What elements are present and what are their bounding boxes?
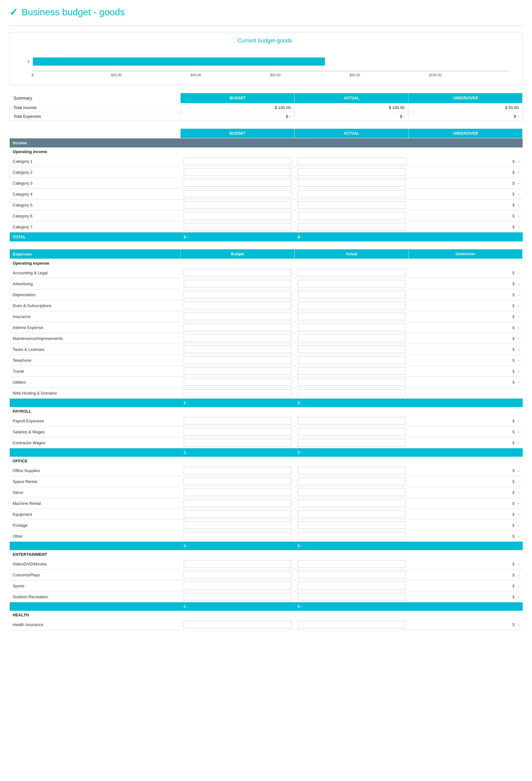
income-category-7-actual[interactable]: [295, 221, 409, 233]
expense-insurance-actual-input[interactable]: [298, 313, 406, 320]
expense-advertising-budget-input[interactable]: [184, 280, 291, 287]
income-category-4-actual[interactable]: [295, 189, 409, 200]
expense-telephone-budget-input[interactable]: [184, 357, 291, 364]
expense-webhosting-actual-input[interactable]: [298, 389, 406, 397]
expense-row-interest: Interest Expense $ -: [10, 322, 523, 333]
expense-outdoor-budget-input[interactable]: [184, 593, 291, 601]
income-category-5-budget-input[interactable]: [184, 201, 291, 209]
expense-webhosting-budget-input[interactable]: [184, 389, 291, 397]
expense-machine-rental-budget-input[interactable]: [184, 499, 291, 507]
expense-dues-actual-input[interactable]: [298, 302, 406, 309]
income-category-5-actual[interactable]: [295, 200, 409, 211]
income-category-6-underover: $ -: [409, 211, 523, 221]
income-category-6-budget[interactable]: [180, 211, 295, 221]
expense-utilities-budget-input[interactable]: [184, 378, 291, 386]
expense-decor-actual-input[interactable]: [298, 489, 406, 496]
expense-insurance-budget-input[interactable]: [184, 313, 291, 320]
income-category-1-actual-input[interactable]: [298, 158, 406, 165]
income-category-4-budget-input[interactable]: [184, 190, 291, 198]
income-category-2-budget[interactable]: [180, 167, 295, 178]
income-category-3-actual[interactable]: [295, 178, 409, 189]
expense-payroll-expenses-actual-input[interactable]: [298, 417, 406, 424]
expense-salaries-budget-input[interactable]: [184, 428, 291, 436]
expense-travel-budget-input[interactable]: [184, 367, 291, 375]
expense-contractor-budget-input[interactable]: [184, 439, 291, 446]
expense-equipment-budget-input[interactable]: [184, 510, 291, 518]
expense-sports-actual-input[interactable]: [298, 582, 406, 589]
expense-row-equipment: Equipment $ -: [10, 509, 523, 520]
income-category-6-budget-input[interactable]: [184, 212, 291, 220]
expense-other-budget-input[interactable]: [184, 532, 291, 540]
income-category-3-actual-input[interactable]: [298, 179, 406, 187]
expenses-header: Expenses: [10, 249, 180, 259]
expense-health-insurance-budget-input[interactable]: [184, 621, 291, 628]
income-category-4-actual-input[interactable]: [298, 190, 406, 198]
expense-postage-budget-input[interactable]: [184, 522, 291, 529]
expense-row-other: Other $ -: [10, 531, 523, 542]
expense-utilities-actual-input[interactable]: [298, 378, 406, 386]
income-category-6-actual[interactable]: [295, 211, 409, 221]
expense-interest-budget-input[interactable]: [184, 324, 291, 331]
expense-accounting-budget-input[interactable]: [184, 269, 291, 277]
income-category-5-budget[interactable]: [180, 200, 295, 211]
expense-taxes-budget-input[interactable]: [184, 345, 291, 353]
expense-interest-actual-input[interactable]: [298, 324, 406, 331]
expense-other-actual-input[interactable]: [298, 532, 406, 540]
expense-maintenance-budget-input[interactable]: [184, 335, 291, 342]
expense-telephone-actual-input[interactable]: [298, 357, 406, 364]
summary-label: Summary: [10, 93, 180, 104]
x-label-2: $40.00: [191, 73, 270, 77]
expense-health-insurance-actual-input[interactable]: [298, 621, 406, 628]
expense-travel-actual-input[interactable]: [298, 367, 406, 375]
entertainment-label: ENTERTAINMENT: [10, 550, 523, 559]
entertainment-subtotal-budget: $ -: [180, 602, 295, 611]
income-category-5-actual-input[interactable]: [298, 201, 406, 209]
income-category-7-budget-input[interactable]: [184, 223, 291, 231]
expense-video-budget-input[interactable]: [184, 560, 291, 568]
expenses-underover-header: Under/over: [409, 249, 523, 259]
expense-maintenance-actual-input[interactable]: [298, 335, 406, 342]
income-category-1-budget-input[interactable]: [184, 158, 291, 165]
income-category-6-actual-input[interactable]: [298, 212, 406, 220]
expense-concerts-actual-input[interactable]: [298, 571, 406, 579]
expense-row-machine-rental: Machine Rental $ -: [10, 498, 523, 509]
expense-label-health-insurance: Health Insurance: [10, 619, 180, 630]
expense-machine-rental-actual-input[interactable]: [298, 499, 406, 507]
income-category-7-budget[interactable]: [180, 221, 295, 233]
expense-postage-actual-input[interactable]: [298, 522, 406, 529]
expense-row-maintenance: Maintenance/Improvements $ -: [10, 333, 523, 344]
expense-dues-budget-input[interactable]: [184, 302, 291, 309]
expense-payroll-expenses-budget-input[interactable]: [184, 417, 291, 424]
expense-video-actual-input[interactable]: [298, 560, 406, 568]
income-category-3-budget-input[interactable]: [184, 179, 291, 187]
expense-contractor-actual-input[interactable]: [298, 439, 406, 446]
expense-concerts-budget-input[interactable]: [184, 571, 291, 579]
income-category-3-budget[interactable]: [180, 178, 295, 189]
expense-advertising-actual-input[interactable]: [298, 280, 406, 287]
summary-row-income: Total Income $ 100.00 $ 100.00 $ 50.00: [10, 104, 523, 112]
income-category-1-actual[interactable]: [295, 156, 409, 167]
expense-outdoor-actual-input[interactable]: [298, 593, 406, 601]
income-category-7-actual-input[interactable]: [298, 223, 406, 231]
expense-salaries-actual-input[interactable]: [298, 428, 406, 436]
expense-space-rental-budget-input[interactable]: [184, 478, 291, 485]
expense-space-rental-actual-input[interactable]: [298, 478, 406, 485]
expense-accounting-actual-input[interactable]: [298, 269, 406, 277]
expense-decor-budget-input[interactable]: [184, 489, 291, 496]
income-category-1-budget[interactable]: [180, 156, 295, 167]
income-category-2-actual[interactable]: [295, 167, 409, 178]
expense-label-taxes: Taxes & Licenses: [10, 344, 180, 355]
income-category-2-budget-input[interactable]: [184, 168, 291, 176]
expense-sports-budget-input[interactable]: [184, 582, 291, 589]
expense-label-video: Video/DVD/Movies: [10, 559, 180, 570]
expense-office-supplies-budget-input[interactable]: [184, 467, 291, 474]
expense-taxes-actual-input[interactable]: [298, 345, 406, 353]
expense-equipment-actual-input[interactable]: [298, 510, 406, 518]
expense-office-supplies-actual-input[interactable]: [298, 467, 406, 474]
income-category-3-label: Category 3: [10, 178, 180, 189]
expense-depreciation-budget-input[interactable]: [184, 291, 291, 298]
income-category-4-budget[interactable]: [180, 189, 295, 200]
health-header: HEALTH: [10, 611, 523, 619]
income-category-2-actual-input[interactable]: [298, 168, 406, 176]
expense-depreciation-actual-input[interactable]: [298, 291, 406, 298]
